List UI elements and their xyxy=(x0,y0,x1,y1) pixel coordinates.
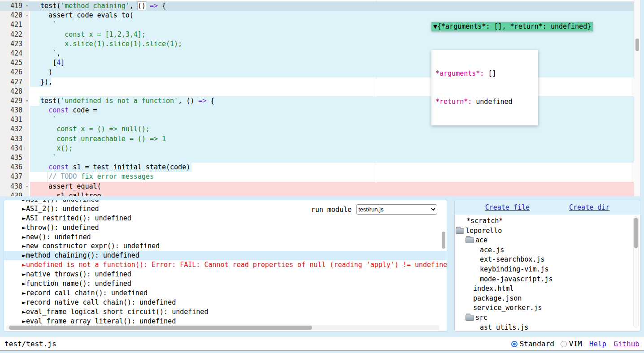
output-vertical-scrollbar[interactable] xyxy=(441,204,446,324)
tree-file-row[interactable]: ext-searchbox.js xyxy=(455,255,640,265)
expand-triangle-icon[interactable]: ► xyxy=(22,289,26,297)
files-vertical-scrollbar[interactable] xyxy=(633,216,639,327)
fold-arrow-icon[interactable]: ▾ xyxy=(26,96,28,106)
expand-triangle-icon[interactable]: ► xyxy=(22,270,26,278)
tree-folder-row[interactable]: src xyxy=(455,313,640,323)
test-result-row[interactable]: ►eval_frame logical short circuit(): und… xyxy=(4,307,447,317)
line-number[interactable]: 439 xyxy=(0,191,29,196)
test-result-row[interactable]: ►method chaining(): undefined xyxy=(4,251,447,260)
scrollbar-thumb[interactable] xyxy=(442,232,445,249)
editor-line[interactable]: ` xyxy=(29,153,634,163)
code-editor[interactable]: test('method chaining', () => { assert_c… xyxy=(0,0,640,196)
tree-file-row[interactable]: index.html xyxy=(455,284,640,294)
scrollbar-thumb[interactable] xyxy=(635,39,639,51)
tree-file-row[interactable]: package.json xyxy=(455,294,640,304)
line-number[interactable]: 432 xyxy=(0,125,29,134)
line-number[interactable]: 426 xyxy=(0,68,29,77)
test-result-row[interactable]: ►record call chain(): undefined xyxy=(4,288,447,298)
line-number[interactable]: 433 xyxy=(0,134,29,144)
output-horizontal-scrollbar[interactable] xyxy=(6,325,439,330)
line-number[interactable]: 435 xyxy=(0,153,29,163)
create-dir-link[interactable]: Create dir xyxy=(569,203,609,211)
line-number[interactable]: 422 xyxy=(0,30,29,39)
editor-line[interactable]: // TODO fix error messages xyxy=(29,172,634,181)
keybinding-radio-standard[interactable]: Standard xyxy=(511,340,554,348)
radio-selected-icon[interactable] xyxy=(511,341,518,347)
code-token xyxy=(32,49,52,57)
line-number[interactable]: 438▾ xyxy=(0,182,29,191)
tooltip-entry[interactable]: *arguments*: [] xyxy=(435,69,538,78)
tree-folder-row[interactable]: leporello xyxy=(455,226,640,236)
collapse-triangle-icon[interactable]: ▼ xyxy=(433,22,437,30)
expand-triangle-icon[interactable]: ► xyxy=(22,251,26,259)
test-result-row[interactable]: ►ASI_restrited(): undefined xyxy=(4,214,447,223)
line-number[interactable]: 428 xyxy=(0,87,29,96)
code-token xyxy=(32,106,48,114)
expand-triangle-icon[interactable]: ► xyxy=(22,224,26,232)
test-result-row[interactable]: ►record native call chain(): undefined xyxy=(4,298,447,307)
fold-arrow-icon[interactable]: ▾ xyxy=(26,182,28,191)
expand-triangle-icon[interactable]: ► xyxy=(22,200,26,203)
tooltip-entry[interactable]: *return*: undefined xyxy=(435,97,538,107)
expand-triangle-icon[interactable]: ► xyxy=(22,298,26,306)
github-link[interactable]: Github xyxy=(614,340,640,348)
line-number[interactable]: 431 xyxy=(0,115,29,125)
create-file-link[interactable]: Create file xyxy=(485,203,530,211)
line-number[interactable]: 434 xyxy=(0,144,29,153)
tree-file-row[interactable]: ace.js xyxy=(455,245,640,255)
tree-file-row[interactable]: ast_utils.js xyxy=(455,323,640,331)
test-result-row[interactable]: ►eval_frame array_literal(): undefined xyxy=(4,317,447,326)
line-number[interactable]: 437 xyxy=(0,172,29,181)
expand-triangle-icon[interactable]: ► xyxy=(22,205,26,213)
editor-line[interactable]: const s1 = test_initial_state(code) xyxy=(29,163,634,172)
line-number[interactable]: 430 xyxy=(0,106,29,115)
test-result-row[interactable]: ►ASI_1(): undefined xyxy=(4,200,447,204)
line-number[interactable]: 420▾ xyxy=(0,11,29,20)
line-number[interactable]: 423 xyxy=(0,39,29,49)
run-module-select[interactable]: test/run.js xyxy=(356,204,437,215)
code-token xyxy=(32,163,48,171)
line-number[interactable]: 421 xyxy=(0,20,29,30)
tree-file-row[interactable]: *scratch* xyxy=(455,216,640,226)
tree-folder-row[interactable]: ace xyxy=(455,236,640,245)
expand-triangle-icon[interactable]: ► xyxy=(22,261,26,269)
expand-triangle-icon[interactable]: ► xyxy=(22,242,26,250)
expand-triangle-icon[interactable]: ► xyxy=(22,214,26,222)
test-result-row[interactable]: ►undefined is not a function(): Error: F… xyxy=(4,260,447,270)
expand-triangle-icon[interactable]: ► xyxy=(22,317,26,325)
line-number[interactable]: 429▾ xyxy=(0,96,29,106)
line-number[interactable]: 419▾ xyxy=(0,1,29,11)
help-link[interactable]: Help xyxy=(589,340,607,348)
test-result-row[interactable]: ►new(): undefined xyxy=(4,232,447,242)
tooltip-selected-line[interactable]: ▼{*arguments*: [], *return*: undefined} xyxy=(431,22,593,31)
editor-line[interactable]: s1.calltree xyxy=(29,191,634,196)
test-result-row[interactable]: ►function name(): undefined xyxy=(4,279,447,288)
expand-triangle-icon[interactable]: ► xyxy=(22,280,26,288)
expand-triangle-icon[interactable]: ► xyxy=(22,308,26,316)
fold-arrow-icon[interactable]: ▾ xyxy=(26,11,28,20)
test-result-row[interactable]: ►throw(): undefined xyxy=(4,223,447,232)
line-number[interactable]: 427 xyxy=(0,77,29,87)
radio-unselected-icon[interactable] xyxy=(561,341,567,347)
line-number[interactable]: 424 xyxy=(0,49,29,58)
test-result-row[interactable]: ►new constructor expr(): undefined xyxy=(4,241,447,251)
eval-result-tooltip: ▼{*arguments*: [], *return*: undefined} … xyxy=(431,3,593,144)
test-name: undefined is not a function(): xyxy=(26,261,152,269)
code-token: assert_equal( xyxy=(32,182,101,190)
test-result-value: undefined xyxy=(123,242,160,250)
editor-line[interactable]: assert_equal( xyxy=(29,182,634,191)
scrollbar-thumb[interactable] xyxy=(9,326,312,330)
expand-triangle-icon[interactable]: ► xyxy=(22,233,26,241)
fold-arrow-icon[interactable]: ▾ xyxy=(26,1,28,11)
keybinding-radio-vim[interactable]: VIM xyxy=(561,340,582,348)
line-number[interactable]: 425 xyxy=(0,58,29,68)
tree-file-row[interactable]: keybinding-vim.js xyxy=(455,265,640,275)
scrollbar-thumb[interactable] xyxy=(634,218,638,248)
tree-item-label: keybinding-vim.js xyxy=(480,265,549,275)
tree-file-row[interactable]: service_worker.js xyxy=(455,303,640,313)
test-result-row[interactable]: ►native throws(): undefined xyxy=(4,270,447,279)
tree-file-row[interactable]: mode-javascript.js xyxy=(455,275,640,284)
editor-vertical-scrollbar[interactable] xyxy=(634,0,640,196)
editor-line[interactable]: x(); xyxy=(29,144,634,153)
line-number[interactable]: 436 xyxy=(0,163,29,172)
